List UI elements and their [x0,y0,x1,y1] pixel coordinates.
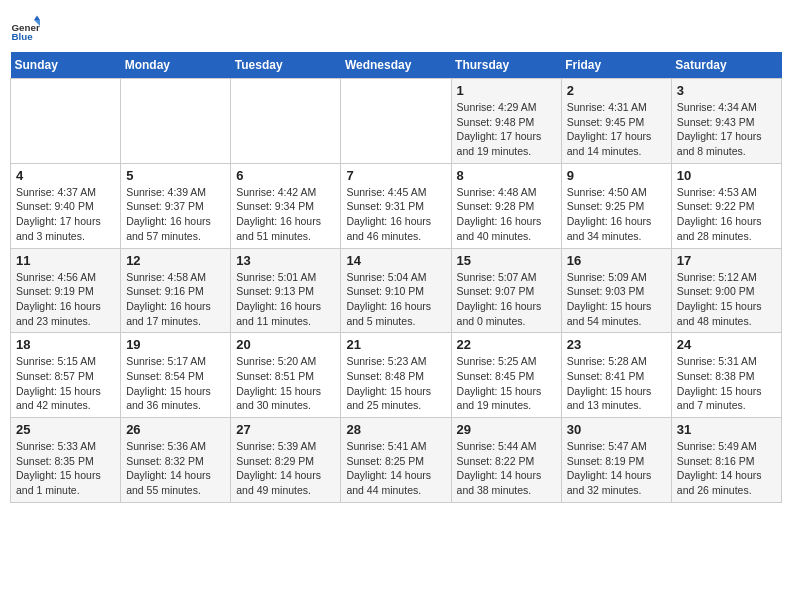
day-info: Sunrise: 5:25 AM Sunset: 8:45 PM Dayligh… [457,354,556,413]
day-number: 25 [16,422,115,437]
day-info: Sunrise: 5:36 AM Sunset: 8:32 PM Dayligh… [126,439,225,498]
calendar-cell: 3Sunrise: 4:34 AM Sunset: 9:43 PM Daylig… [671,79,781,164]
day-info: Sunrise: 5:49 AM Sunset: 8:16 PM Dayligh… [677,439,776,498]
day-number: 10 [677,168,776,183]
calendar-cell: 24Sunrise: 5:31 AM Sunset: 8:38 PM Dayli… [671,333,781,418]
day-number: 1 [457,83,556,98]
day-number: 29 [457,422,556,437]
calendar-cell [341,79,451,164]
calendar-cell: 26Sunrise: 5:36 AM Sunset: 8:32 PM Dayli… [121,418,231,503]
day-info: Sunrise: 5:15 AM Sunset: 8:57 PM Dayligh… [16,354,115,413]
calendar-cell: 1Sunrise: 4:29 AM Sunset: 9:48 PM Daylig… [451,79,561,164]
day-info: Sunrise: 4:34 AM Sunset: 9:43 PM Dayligh… [677,100,776,159]
weekday-friday: Friday [561,52,671,79]
calendar-cell: 14Sunrise: 5:04 AM Sunset: 9:10 PM Dayli… [341,248,451,333]
calendar-week-4: 18Sunrise: 5:15 AM Sunset: 8:57 PM Dayli… [11,333,782,418]
day-number: 17 [677,253,776,268]
calendar-cell: 29Sunrise: 5:44 AM Sunset: 8:22 PM Dayli… [451,418,561,503]
calendar-cell: 22Sunrise: 5:25 AM Sunset: 8:45 PM Dayli… [451,333,561,418]
calendar-week-5: 25Sunrise: 5:33 AM Sunset: 8:35 PM Dayli… [11,418,782,503]
day-info: Sunrise: 5:31 AM Sunset: 8:38 PM Dayligh… [677,354,776,413]
day-info: Sunrise: 5:01 AM Sunset: 9:13 PM Dayligh… [236,270,335,329]
calendar-body: 1Sunrise: 4:29 AM Sunset: 9:48 PM Daylig… [11,79,782,503]
day-info: Sunrise: 5:12 AM Sunset: 9:00 PM Dayligh… [677,270,776,329]
calendar-cell: 28Sunrise: 5:41 AM Sunset: 8:25 PM Dayli… [341,418,451,503]
day-info: Sunrise: 5:09 AM Sunset: 9:03 PM Dayligh… [567,270,666,329]
calendar-cell: 16Sunrise: 5:09 AM Sunset: 9:03 PM Dayli… [561,248,671,333]
day-info: Sunrise: 4:58 AM Sunset: 9:16 PM Dayligh… [126,270,225,329]
day-number: 15 [457,253,556,268]
day-info: Sunrise: 5:04 AM Sunset: 9:10 PM Dayligh… [346,270,445,329]
day-info: Sunrise: 5:44 AM Sunset: 8:22 PM Dayligh… [457,439,556,498]
day-number: 20 [236,337,335,352]
calendar-cell: 8Sunrise: 4:48 AM Sunset: 9:28 PM Daylig… [451,163,561,248]
day-info: Sunrise: 4:50 AM Sunset: 9:25 PM Dayligh… [567,185,666,244]
day-number: 11 [16,253,115,268]
day-number: 24 [677,337,776,352]
calendar-cell: 11Sunrise: 4:56 AM Sunset: 9:19 PM Dayli… [11,248,121,333]
day-info: Sunrise: 4:37 AM Sunset: 9:40 PM Dayligh… [16,185,115,244]
calendar-cell: 10Sunrise: 4:53 AM Sunset: 9:22 PM Dayli… [671,163,781,248]
calendar-cell: 17Sunrise: 5:12 AM Sunset: 9:00 PM Dayli… [671,248,781,333]
day-number: 21 [346,337,445,352]
day-number: 13 [236,253,335,268]
day-number: 2 [567,83,666,98]
svg-text:Blue: Blue [12,31,34,42]
calendar-cell: 21Sunrise: 5:23 AM Sunset: 8:48 PM Dayli… [341,333,451,418]
day-number: 27 [236,422,335,437]
calendar-cell: 4Sunrise: 4:37 AM Sunset: 9:40 PM Daylig… [11,163,121,248]
calendar-cell [231,79,341,164]
weekday-header-row: SundayMondayTuesdayWednesdayThursdayFrid… [11,52,782,79]
calendar-cell: 18Sunrise: 5:15 AM Sunset: 8:57 PM Dayli… [11,333,121,418]
calendar-cell: 23Sunrise: 5:28 AM Sunset: 8:41 PM Dayli… [561,333,671,418]
day-number: 9 [567,168,666,183]
logo: General Blue [10,14,44,44]
calendar-cell: 27Sunrise: 5:39 AM Sunset: 8:29 PM Dayli… [231,418,341,503]
calendar-cell [121,79,231,164]
day-info: Sunrise: 4:45 AM Sunset: 9:31 PM Dayligh… [346,185,445,244]
day-info: Sunrise: 4:39 AM Sunset: 9:37 PM Dayligh… [126,185,225,244]
weekday-wednesday: Wednesday [341,52,451,79]
day-number: 6 [236,168,335,183]
page-header: General Blue [10,10,782,44]
calendar-cell: 7Sunrise: 4:45 AM Sunset: 9:31 PM Daylig… [341,163,451,248]
weekday-thursday: Thursday [451,52,561,79]
calendar-week-3: 11Sunrise: 4:56 AM Sunset: 9:19 PM Dayli… [11,248,782,333]
day-number: 3 [677,83,776,98]
day-info: Sunrise: 5:23 AM Sunset: 8:48 PM Dayligh… [346,354,445,413]
day-number: 30 [567,422,666,437]
calendar-cell: 2Sunrise: 4:31 AM Sunset: 9:45 PM Daylig… [561,79,671,164]
svg-marker-2 [34,16,40,21]
day-info: Sunrise: 4:31 AM Sunset: 9:45 PM Dayligh… [567,100,666,159]
calendar-cell: 9Sunrise: 4:50 AM Sunset: 9:25 PM Daylig… [561,163,671,248]
weekday-tuesday: Tuesday [231,52,341,79]
calendar-cell: 19Sunrise: 5:17 AM Sunset: 8:54 PM Dayli… [121,333,231,418]
day-info: Sunrise: 5:17 AM Sunset: 8:54 PM Dayligh… [126,354,225,413]
calendar-cell: 6Sunrise: 4:42 AM Sunset: 9:34 PM Daylig… [231,163,341,248]
day-number: 16 [567,253,666,268]
weekday-saturday: Saturday [671,52,781,79]
calendar-cell: 15Sunrise: 5:07 AM Sunset: 9:07 PM Dayli… [451,248,561,333]
day-info: Sunrise: 4:56 AM Sunset: 9:19 PM Dayligh… [16,270,115,329]
calendar-cell: 25Sunrise: 5:33 AM Sunset: 8:35 PM Dayli… [11,418,121,503]
day-number: 26 [126,422,225,437]
day-number: 14 [346,253,445,268]
weekday-sunday: Sunday [11,52,121,79]
day-number: 4 [16,168,115,183]
day-info: Sunrise: 5:41 AM Sunset: 8:25 PM Dayligh… [346,439,445,498]
day-info: Sunrise: 5:20 AM Sunset: 8:51 PM Dayligh… [236,354,335,413]
calendar-table: SundayMondayTuesdayWednesdayThursdayFrid… [10,52,782,503]
calendar-week-2: 4Sunrise: 4:37 AM Sunset: 9:40 PM Daylig… [11,163,782,248]
day-info: Sunrise: 5:33 AM Sunset: 8:35 PM Dayligh… [16,439,115,498]
day-info: Sunrise: 4:48 AM Sunset: 9:28 PM Dayligh… [457,185,556,244]
day-number: 18 [16,337,115,352]
calendar-cell [11,79,121,164]
day-info: Sunrise: 5:28 AM Sunset: 8:41 PM Dayligh… [567,354,666,413]
day-number: 19 [126,337,225,352]
calendar-cell: 13Sunrise: 5:01 AM Sunset: 9:13 PM Dayli… [231,248,341,333]
day-info: Sunrise: 4:42 AM Sunset: 9:34 PM Dayligh… [236,185,335,244]
day-number: 5 [126,168,225,183]
day-info: Sunrise: 4:53 AM Sunset: 9:22 PM Dayligh… [677,185,776,244]
calendar-header: SundayMondayTuesdayWednesdayThursdayFrid… [11,52,782,79]
day-number: 23 [567,337,666,352]
